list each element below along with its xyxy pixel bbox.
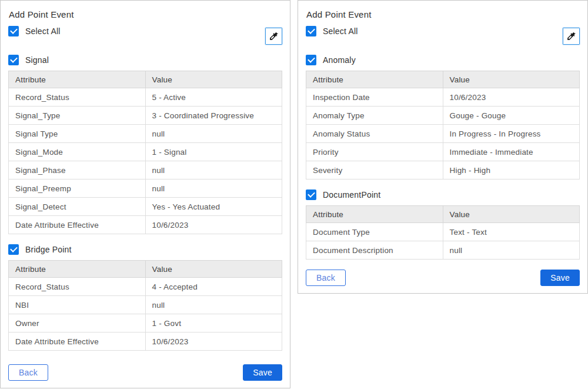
back-button[interactable]: Back <box>8 364 48 381</box>
column-header: Attribute <box>306 71 443 88</box>
table-cell: 10/6/2023 <box>145 333 282 351</box>
table-row: Signal_Phasenull <box>9 161 282 179</box>
table-cell: Anomaly Type <box>306 107 443 125</box>
attribute-table: AttributeValueRecord_Status4 - AcceptedN… <box>8 260 282 351</box>
column-header: Value <box>145 261 282 278</box>
table-cell: Document Type <box>306 223 443 241</box>
save-button[interactable]: Save <box>540 270 580 286</box>
table-row: PriorityImmediate - Immediate <box>306 143 580 161</box>
back-button[interactable]: Back <box>306 270 346 286</box>
attribute-table: AttributeValueDocument TypeText - TextDo… <box>306 205 580 260</box>
table-cell: 1 - Signal <box>145 143 282 161</box>
footer-actions: Back Save <box>306 270 580 286</box>
select-all-checkbox-row[interactable]: Select All <box>8 26 61 36</box>
eyedropper-button[interactable] <box>265 28 282 45</box>
table-cell: null <box>145 161 282 179</box>
attribute-table: AttributeValueRecord_Status5 - ActiveSig… <box>8 71 282 234</box>
select-all-checkbox[interactable] <box>8 26 19 36</box>
table-row: Document TypeText - Text <box>306 223 580 241</box>
section-documentpoint: DocumentPoint AttributeValueDocument Typ… <box>306 189 580 260</box>
section-checkbox[interactable] <box>8 55 19 65</box>
table-row: Document Descriptionnull <box>306 241 580 260</box>
eyedropper-icon <box>566 31 576 41</box>
table-cell: null <box>145 296 282 314</box>
column-header: Value <box>145 71 282 88</box>
section-bridge-point: Bridge Point AttributeValueRecord_Status… <box>8 244 282 351</box>
table-cell: High - High <box>443 161 580 179</box>
table-row: Anomaly TypeGouge - Gouge <box>306 107 580 125</box>
table-cell: 10/6/2023 <box>145 216 282 234</box>
save-button[interactable]: Save <box>243 364 282 381</box>
table-row: Owner1 - Govt <box>9 314 282 333</box>
table-cell: Signal_Preemp <box>9 179 146 198</box>
column-header: Value <box>443 206 580 223</box>
table-cell: In Progress - In Progress <box>443 125 580 143</box>
section-checkbox-row[interactable]: Anomaly <box>306 55 580 65</box>
column-header: Value <box>443 71 580 88</box>
table-cell: null <box>145 179 282 198</box>
table-cell: Signal Type <box>9 125 146 143</box>
table-cell: Record_Status <box>9 88 146 107</box>
table-row: Signal_Type3 - Coordinated Progressive <box>9 107 282 125</box>
table-row: Record_Status5 - Active <box>9 88 282 107</box>
table-cell: Yes - Yes Actuated <box>145 198 282 216</box>
section-signal: Signal AttributeValueRecord_Status5 - Ac… <box>8 55 282 234</box>
table-cell: Inspection Date <box>306 88 443 107</box>
section-label: Anomaly <box>323 55 356 65</box>
section-anomaly: Anomaly AttributeValueInspection Date10/… <box>306 55 580 179</box>
table-row: Signal_Mode1 - Signal <box>9 143 282 161</box>
table-row: Date Attribute Effective10/6/2023 <box>9 333 282 351</box>
section-checkbox[interactable] <box>306 189 316 200</box>
select-all-checkbox-row[interactable]: Select All <box>306 26 358 36</box>
table-cell: Document Description <box>306 241 443 260</box>
table-cell: Date Attribute Effective <box>9 216 146 234</box>
table-header-row: AttributeValue <box>306 206 580 223</box>
table-row: Signal_Preempnull <box>9 179 282 198</box>
table-cell: Priority <box>306 143 443 161</box>
select-all-label: Select All <box>25 26 61 36</box>
page-title: Add Point Event <box>306 9 580 19</box>
column-header: Attribute <box>306 206 443 223</box>
table-cell: Signal_Mode <box>9 143 146 161</box>
add-point-event-panel-left: Add Point Event Select All Signal Attrib… <box>0 0 290 388</box>
table-cell: 4 - Accepted <box>145 278 282 296</box>
section-label: Signal <box>25 55 49 65</box>
section-checkbox-row[interactable]: Bridge Point <box>8 244 282 255</box>
table-row: Anomaly StatusIn Progress - In Progress <box>306 125 580 143</box>
select-all-label: Select All <box>323 26 358 36</box>
select-all-row: Select All <box>306 26 580 45</box>
select-all-checkbox[interactable] <box>306 26 316 36</box>
table-cell: Gouge - Gouge <box>443 107 580 125</box>
table-cell: Text - Text <box>443 223 580 241</box>
table-header-row: AttributeValue <box>306 71 580 88</box>
table-cell: 1 - Govt <box>145 314 282 333</box>
table-row: Inspection Date10/6/2023 <box>306 88 580 107</box>
table-cell: null <box>145 125 282 143</box>
table-cell: Severity <box>306 161 443 179</box>
eyedropper-icon <box>269 31 279 41</box>
section-checkbox[interactable] <box>8 244 19 255</box>
table-row: Date Attribute Effective10/6/2023 <box>9 216 282 234</box>
table-cell: Anomaly Status <box>306 125 443 143</box>
table-row: NBInull <box>9 296 282 314</box>
footer-actions: Back Save <box>8 364 282 381</box>
page-title: Add Point Event <box>9 9 282 19</box>
section-checkbox-row[interactable]: Signal <box>8 55 282 65</box>
table-row: Signal_DetectYes - Yes Actuated <box>9 198 282 216</box>
attribute-table: AttributeValueInspection Date10/6/2023An… <box>306 71 580 179</box>
table-cell: Immediate - Immediate <box>443 143 580 161</box>
column-header: Attribute <box>9 261 146 278</box>
section-label: DocumentPoint <box>323 190 380 200</box>
table-header-row: AttributeValue <box>9 261 282 278</box>
table-header-row: AttributeValue <box>9 71 282 88</box>
section-checkbox-row[interactable]: DocumentPoint <box>306 189 580 200</box>
table-cell: Date Attribute Effective <box>9 333 146 351</box>
table-cell: Owner <box>9 314 146 333</box>
table-cell: Signal_Phase <box>9 161 146 179</box>
table-cell: null <box>443 241 580 260</box>
section-checkbox[interactable] <box>306 55 316 65</box>
table-cell: 5 - Active <box>145 88 282 107</box>
select-all-row: Select All <box>8 26 282 45</box>
table-cell: NBI <box>9 296 146 314</box>
eyedropper-button[interactable] <box>563 28 580 45</box>
